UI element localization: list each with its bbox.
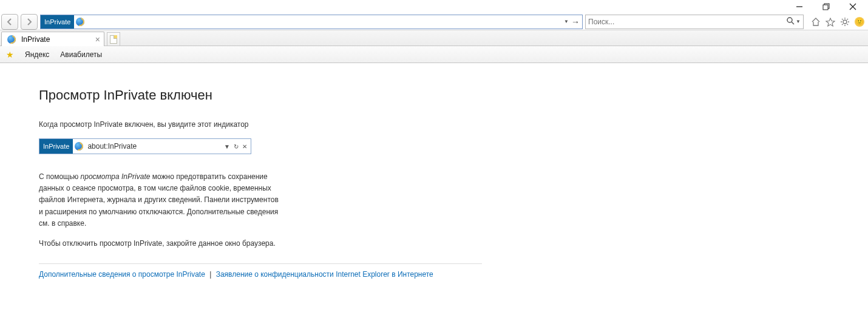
page-content: Просмотр InPrivate включен Когда просмот… [0,63,486,279]
svg-line-13 [847,24,849,25]
back-button[interactable] [1,14,18,30]
tab-close-button[interactable]: × [95,35,100,44]
page-lead: Когда просмотр InPrivate включен, вы уви… [39,120,486,129]
search-box[interactable]: ▼ [585,15,804,29]
address-input[interactable] [86,18,561,26]
ie-icon [5,33,18,46]
stop-icon: ✕ [242,143,247,150]
search-dropdown-icon[interactable]: ▼ [796,19,801,24]
smiley-icon[interactable]: 🙂 [853,16,866,28]
window-titlebar [0,0,868,13]
favorites-bar: ★ Яндекс Авиабилеты [0,46,868,63]
favorites-icon[interactable] [824,16,836,28]
go-button[interactable]: → [571,17,580,27]
ie-icon [74,16,86,28]
svg-point-5 [787,18,792,22]
svg-point-7 [843,20,847,24]
favorite-item-aviabilety[interactable]: Авиабилеты [60,50,102,59]
tools-icon[interactable] [839,16,851,28]
divider [39,263,482,264]
svg-line-15 [847,19,849,20]
tab-inprivate[interactable]: InPrivate × [1,32,104,46]
inprivate-badge: InPrivate [41,15,74,29]
svg-line-12 [842,19,843,20]
page-turnoff-note: Чтобы отключить просмотр InPrivate, закр… [39,239,486,248]
link-separator: | [209,270,211,279]
new-tab-button[interactable] [107,32,120,46]
tab-title: InPrivate [21,35,50,44]
dropdown-icon[interactable]: ▼ [564,19,569,24]
inprivate-badge: InPrivate [39,139,73,154]
search-icon[interactable] [786,16,795,27]
link-privacy-statement[interactable]: Заявление о конфиденциальности Internet … [216,270,433,279]
dropdown-icon: ▼ [224,143,230,150]
ie-icon [73,140,85,152]
page-heading: Просмотр InPrivate включен [39,87,486,103]
svg-rect-2 [823,5,828,10]
address-bar[interactable]: InPrivate ▼ → [40,15,583,29]
add-favorite-icon[interactable]: ★ [6,50,14,59]
svg-line-14 [842,24,843,25]
link-learn-more[interactable]: Дополнительные сведения о просмотре InPr… [39,270,205,279]
search-input[interactable] [588,18,786,26]
window-maximize-button[interactable] [818,0,834,13]
page-links: Дополнительные сведения о просмотре InPr… [39,270,486,279]
window-close-button[interactable] [845,0,861,13]
new-tab-icon [110,35,117,44]
body-prefix: С помощью [39,172,81,181]
sample-url: about:InPrivate [85,142,220,151]
browser-toolbar: InPrivate ▼ → ▼ 🙂 [0,13,868,30]
forward-button[interactable] [21,14,38,30]
refresh-icon: ↻ [234,143,239,150]
home-icon[interactable] [810,16,822,28]
tab-strip: InPrivate × [0,30,868,46]
sample-controls: ▼ ↻ ✕ [220,143,251,150]
body-emphasis: просмотра InPrivate [81,172,151,181]
favorite-item-yandex[interactable]: Яндекс [25,50,49,59]
svg-line-6 [792,22,794,24]
address-bar-controls: ▼ → [561,17,582,27]
inprivate-indicator-sample: InPrivate about:InPrivate ▼ ↻ ✕ [39,138,251,154]
toolbar-icons: 🙂 [806,16,866,28]
page-body: С помощью просмотра InPrivate можно пред… [39,171,282,229]
window-minimize-button[interactable] [792,0,807,13]
